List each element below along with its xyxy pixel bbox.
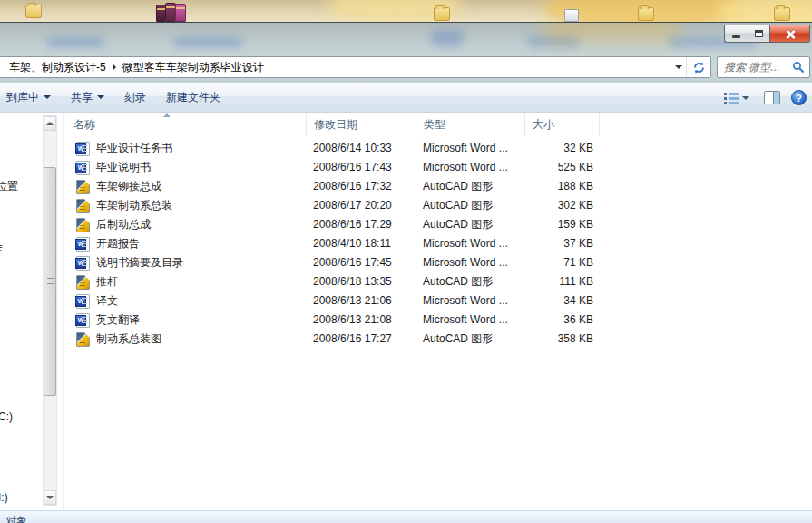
file-name: 车架铆接总成: [96, 177, 161, 196]
help-button[interactable]: ?: [791, 90, 807, 105]
close-button[interactable]: [769, 25, 810, 43]
column-header-name-label: 名称: [73, 117, 95, 133]
file-size: 525 KB: [524, 158, 599, 177]
column-headers: 名称 修改日期 类型 大小: [64, 113, 812, 136]
column-header-size[interactable]: 大小: [525, 113, 600, 136]
window-controls: [724, 25, 810, 43]
breadcrumb: 车架、制动系设计-5 微型客车车架制动系毕业设计: [0, 57, 671, 77]
minimize-button[interactable]: [724, 25, 748, 43]
include-in-library-button[interactable]: 到库中: [0, 86, 57, 109]
command-toolbar: 到库中 共享 刻录 新建文件夹 ?: [0, 83, 812, 113]
address-dropdown-button[interactable]: [671, 57, 686, 77]
share-button[interactable]: 共享: [64, 86, 111, 109]
nav-item-drive-c-fragment[interactable]: C:): [0, 410, 13, 423]
file-date: 2008/4/10 18:11: [306, 234, 416, 253]
search-input[interactable]: [718, 61, 788, 74]
toolbar-right-group: ?: [720, 83, 807, 113]
file-row[interactable]: 后制动总成 2008/6/16 17:29 AutoCAD 图形 159 KB: [64, 215, 812, 234]
word-file-icon: [76, 237, 90, 252]
file-row[interactable]: 英文翻译 2008/6/13 21:08 Microsoft Word ... …: [64, 311, 812, 330]
chevron-down-icon: [46, 496, 54, 499]
nav-item-recent-places-fragment[interactable]: 位置: [0, 179, 18, 194]
file-list-area: 名称 修改日期 类型 大小 毕业设计任务书 2008/6/14 10:33 Mi…: [64, 113, 812, 511]
share-label: 共享: [71, 90, 93, 105]
chevron-down-icon: [44, 95, 51, 99]
file-type: Microsoft Word ...: [416, 311, 524, 330]
nav-item-drive-i-fragment[interactable]: I:): [0, 491, 8, 504]
file-date: 2008/6/18 13:35: [306, 272, 416, 291]
desktop-folder-icon[interactable]: [25, 5, 42, 18]
word-file-icon: [76, 313, 90, 328]
help-icon: ?: [796, 93, 802, 104]
file-row[interactable]: 推杆 2008/6/18 13:35 AutoCAD 图形 111 KB: [64, 272, 812, 291]
file-row[interactable]: 毕业说明书 2008/6/16 17:43 Microsoft Word ...…: [64, 158, 812, 177]
column-header-type[interactable]: 类型: [416, 113, 525, 136]
maximize-button[interactable]: [748, 25, 769, 43]
breadcrumb-segment-parent[interactable]: 车架、制动系设计-5: [5, 57, 110, 77]
desktop-glow: [717, 0, 812, 24]
file-date: 2008/6/16 17:27: [306, 330, 416, 349]
preview-pane-button[interactable]: [764, 91, 780, 104]
winrar-archive-icon[interactable]: [156, 3, 191, 22]
breadcrumb-segment-current[interactable]: 微型客车车架制动系毕业设计: [119, 57, 268, 77]
column-header-date[interactable]: 修改日期: [307, 113, 416, 136]
file-row[interactable]: 车架铆接总成 2008/6/16 17:32 AutoCAD 图形 188 KB: [64, 177, 812, 196]
column-header-size-label: 大小: [533, 117, 554, 133]
scrollbar-thumb[interactable]: [44, 167, 56, 396]
desktop-folder-icon[interactable]: [774, 7, 790, 21]
change-view-button[interactable]: [720, 89, 753, 106]
file-name-cell: 车架制动系总装: [64, 196, 306, 215]
file-type: AutoCAD 图形: [416, 215, 524, 234]
new-folder-label: 新建文件夹: [166, 90, 220, 105]
scrollbar-grip-icon: [47, 278, 54, 279]
autocad-file-icon: [76, 275, 90, 290]
column-header-type-label: 类型: [424, 117, 445, 133]
word-file-icon: [76, 142, 90, 156]
desktop-folder-icon[interactable]: [638, 7, 654, 21]
breadcrumb-arrow-icon[interactable]: [113, 64, 116, 71]
file-size: 36 KB: [524, 311, 599, 330]
burn-button[interactable]: 刻录: [118, 86, 152, 109]
file-type: AutoCAD 图形: [416, 272, 524, 291]
file-size: 37 KB: [524, 234, 599, 253]
nav-scrollbar[interactable]: [43, 115, 57, 506]
file-name-cell: 毕业设计任务书: [64, 139, 306, 158]
autocad-file-icon: [76, 218, 90, 232]
refresh-icon: [692, 61, 706, 74]
file-name: 译文: [96, 291, 118, 311]
file-name-cell: 英文翻译: [64, 311, 306, 330]
file-date: 2008/6/16 17:43: [306, 158, 416, 177]
desktop-folder-icon[interactable]: [434, 7, 450, 21]
file-date: 2008/6/17 20:20: [306, 196, 416, 215]
explorer-window: 车架、制动系设计-5 微型客车车架制动系毕业设计: [0, 22, 812, 523]
glass-blur-artifact: [174, 37, 241, 47]
burn-label: 刻录: [124, 90, 146, 105]
file-row[interactable]: 毕业设计任务书 2008/6/14 10:33 Microsoft Word .…: [64, 139, 812, 158]
address-row: 车架、制动系设计-5 微型客车车架制动系毕业设计: [0, 52, 812, 83]
new-folder-button[interactable]: 新建文件夹: [160, 86, 227, 109]
column-header-name[interactable]: 名称: [64, 113, 307, 136]
scroll-down-button[interactable]: [44, 490, 56, 505]
autocad-file-icon: [76, 332, 90, 347]
address-bar[interactable]: 车架、制动系设计-5 微型客车车架制动系毕业设计: [0, 56, 711, 78]
file-date: 2008/6/13 21:08: [306, 311, 416, 330]
file-row[interactable]: 开题报告 2008/4/10 18:11 Microsoft Word ... …: [64, 234, 812, 253]
search-icon[interactable]: [788, 61, 809, 74]
glass-blur-artifact: [47, 37, 103, 47]
desktop-file-icon[interactable]: [564, 9, 579, 22]
file-row[interactable]: 车架制动系总装 2008/6/17 20:20 AutoCAD 图形 302 K…: [64, 196, 812, 215]
file-row[interactable]: 译文 2008/6/13 21:06 Microsoft Word ... 34…: [64, 291, 812, 311]
file-name: 开题报告: [96, 234, 140, 253]
glass-blur-artifact: [543, 23, 679, 41]
scroll-up-button[interactable]: [44, 116, 56, 131]
file-name: 毕业说明书: [96, 158, 151, 177]
file-name: 车架制动系总装: [96, 196, 172, 215]
file-date: 2008/6/16 17:29: [306, 215, 416, 234]
file-row[interactable]: 说明书摘要及目录 2008/6/16 17:45 Microsoft Word …: [64, 253, 812, 272]
nav-item-libraries-fragment[interactable]: 库: [0, 242, 3, 258]
file-size: 32 KB: [524, 139, 599, 158]
file-name-cell: 车架铆接总成: [64, 177, 306, 196]
refresh-button[interactable]: [686, 57, 710, 77]
navigation-pane: 位置 库 C:) I:): [0, 113, 64, 511]
file-row[interactable]: 制动系总装图 2008/6/16 17:27 AutoCAD 图形 358 KB: [64, 330, 812, 349]
